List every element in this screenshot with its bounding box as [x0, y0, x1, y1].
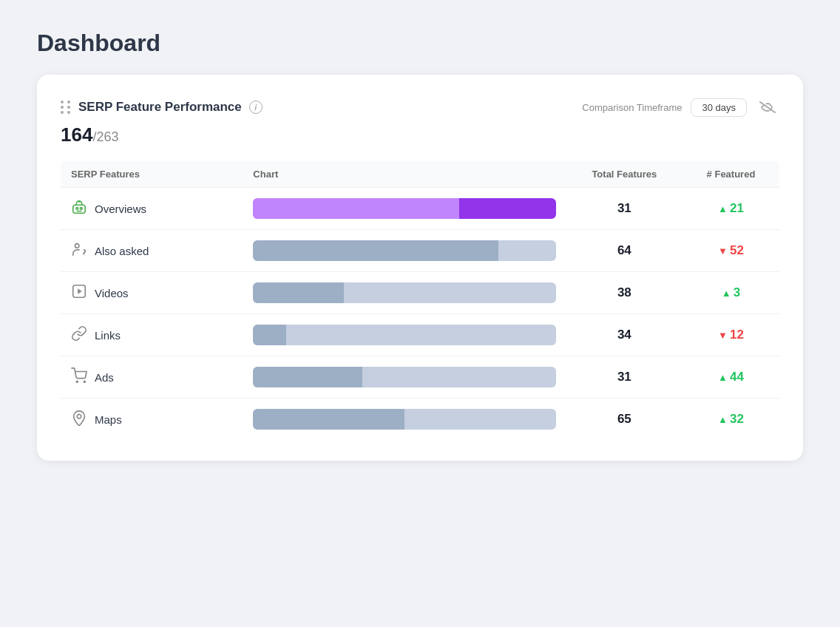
total-cell-links: 34 [566, 314, 682, 356]
card-header-right: Comparison Timeframe 30 days [582, 95, 779, 119]
info-icon[interactable]: i [249, 101, 262, 114]
bar-fill-maps [253, 409, 555, 430]
col-header-total: Total Features [566, 161, 682, 188]
card-header-left: SERP Feature Performance i [61, 100, 262, 115]
timeframe-select[interactable]: 30 days [691, 98, 747, 117]
trend-arrow-links [718, 328, 730, 342]
total-cell-videos: 38 [566, 272, 682, 314]
featured-cell-ads: 44 [682, 356, 779, 399]
bar-container-ads [253, 367, 555, 387]
count-total: 263 [96, 129, 118, 144]
serp-card: SERP Feature Performance i Comparison Ti… [37, 75, 803, 461]
bar-featured-videos [253, 282, 344, 303]
svg-point-9 [77, 414, 81, 418]
chart-cell-ads [243, 356, 566, 399]
chart-cell-also-asked [243, 230, 566, 272]
comparison-timeframe-label: Comparison Timeframe [582, 102, 682, 113]
page-wrapper: Dashboard SERP Feature Performance i Com… [37, 30, 803, 461]
total-cell-also-asked: 64 [566, 230, 682, 272]
count-display: 164/263 [61, 123, 779, 146]
trend-arrow-also-asked [718, 243, 730, 257]
table-row: Videos 38 3 [61, 272, 779, 314]
col-header-chart: Chart [243, 161, 566, 188]
chart-cell-overviews [243, 188, 566, 230]
bar-featured-also-asked [253, 240, 498, 261]
play-icon [71, 283, 87, 303]
total-cell-overviews: 31 [566, 188, 682, 230]
feature-label-links: Links [95, 329, 121, 342]
svg-rect-0 [73, 205, 86, 213]
table-row: Ads 31 44 [61, 356, 779, 399]
chart-cell-links [243, 314, 566, 356]
bar-container-overviews [253, 198, 555, 219]
trend-arrow-maps [718, 412, 730, 426]
feature-cell-links: Links [61, 314, 243, 356]
bar-container-maps [253, 409, 555, 430]
bar-fill-overviews [253, 198, 555, 219]
bar-container-links [253, 325, 555, 345]
bar-featured-ads [253, 367, 362, 387]
bar-featured-overviews [253, 198, 458, 219]
featured-cell-overviews: 21 [682, 188, 779, 230]
trend-arrow-ads [718, 370, 730, 384]
svg-point-1 [76, 207, 78, 209]
hide-icon[interactable] [756, 95, 779, 119]
feature-label-videos: Videos [95, 287, 129, 299]
card-title: SERP Feature Performance [78, 100, 242, 115]
feature-label-overviews: Overviews [95, 203, 146, 215]
featured-cell-also-asked: 52 [682, 230, 779, 272]
link-icon [71, 325, 87, 345]
bar-fill-ads [253, 367, 555, 387]
featured-cell-maps: 32 [682, 399, 779, 441]
bar-container-also-asked [253, 240, 555, 261]
bar-fill-links [253, 325, 555, 345]
bar-featured-links [253, 325, 286, 345]
table-row: Also asked 64 52 [61, 230, 779, 272]
drag-icon[interactable] [61, 101, 71, 114]
bar-featured-maps [253, 409, 404, 430]
feature-cell-maps: Maps [61, 399, 243, 441]
table-row: Maps 65 32 [61, 399, 779, 441]
featured-cell-videos: 3 [682, 272, 779, 314]
total-cell-ads: 31 [566, 356, 682, 399]
svg-point-8 [84, 381, 85, 382]
feature-cell-overviews: Overviews [61, 188, 243, 230]
card-header: SERP Feature Performance i Comparison Ti… [61, 95, 779, 119]
feature-cell-ads: Ads [61, 356, 243, 399]
trend-arrow-videos [722, 285, 734, 299]
feature-label-maps: Maps [95, 413, 122, 426]
bar-container-videos [253, 282, 555, 303]
pin-icon [71, 410, 87, 430]
col-header-features: SERP Features [61, 161, 243, 188]
total-cell-maps: 65 [566, 399, 682, 441]
person-question-icon [71, 241, 87, 261]
page-title: Dashboard [37, 30, 803, 57]
robot-icon [71, 199, 87, 219]
table-row: Links 34 12 [61, 314, 779, 356]
table-header-row: SERP Features Chart Total Features # Fea… [61, 161, 779, 188]
feature-label-ads: Ads [95, 371, 114, 384]
feature-cell-also-asked: Also asked [61, 230, 243, 272]
featured-cell-links: 12 [682, 314, 779, 356]
feature-label-also-asked: Also asked [95, 245, 149, 257]
svg-point-2 [80, 207, 82, 209]
svg-point-7 [76, 381, 78, 382]
col-header-featured: # Featured [682, 161, 779, 188]
svg-marker-6 [78, 288, 82, 294]
trend-arrow-overviews [718, 201, 730, 215]
svg-point-4 [84, 253, 84, 254]
bar-fill-videos [253, 282, 555, 303]
cart-icon [71, 367, 87, 387]
feature-cell-videos: Videos [61, 272, 243, 314]
chart-cell-maps [243, 399, 566, 441]
svg-point-3 [75, 243, 80, 248]
bar-fill-also-asked [253, 240, 555, 261]
table-row: Overviews 31 21 [61, 188, 779, 230]
count-current: 164 [61, 123, 92, 146]
serp-table: SERP Features Chart Total Features # Fea… [61, 161, 779, 440]
chart-cell-videos [243, 272, 566, 314]
